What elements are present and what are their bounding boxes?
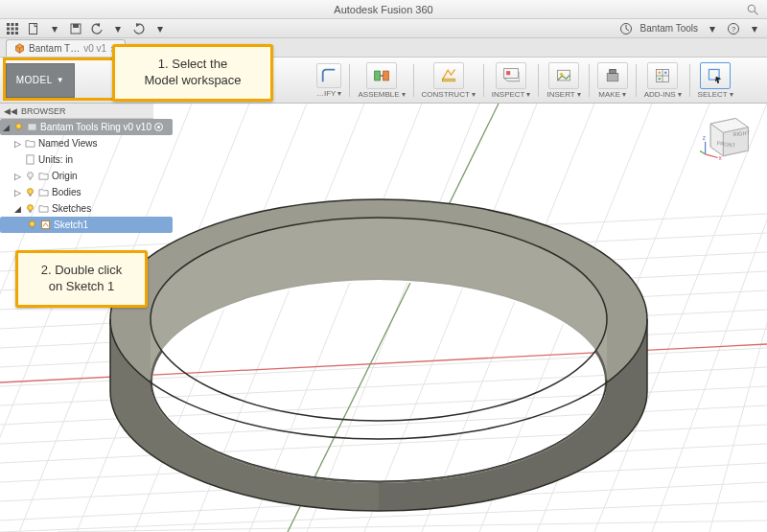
browser-panel-header[interactable]: ◀◀ BROWSER — [0, 104, 153, 119]
assemble-button[interactable] — [366, 62, 397, 89]
svg-rect-25 — [609, 69, 616, 73]
insert-label: INSERT — [546, 90, 574, 99]
svg-rect-109 — [31, 226, 34, 228]
chevron-down-icon: ▾ — [472, 90, 476, 99]
modify-label: …IFY — [316, 89, 336, 98]
tree-item-bodies[interactable]: ▷ Bodies — [0, 184, 173, 200]
undo-icon[interactable] — [90, 22, 104, 35]
callout-line: 1. Select the — [128, 57, 257, 73]
svg-line-1 — [755, 12, 758, 15]
svg-rect-105 — [29, 194, 32, 196]
inspect-button[interactable] — [496, 62, 526, 89]
svg-point-98 — [16, 124, 22, 129]
chevron-down-icon[interactable]: ▾ — [706, 22, 719, 35]
collapse-arrow-icon[interactable]: ◢ — [2, 123, 11, 132]
tree-item-units[interactable]: Units: in — [0, 151, 173, 168]
redo-icon[interactable] — [132, 22, 146, 35]
annotation-highlight — [3, 58, 115, 101]
expand-arrow-icon[interactable]: ▷ — [13, 172, 22, 181]
bulb-icon[interactable] — [27, 220, 37, 230]
chevron-down-icon: ▾ — [678, 90, 682, 99]
grid-icon[interactable] — [6, 22, 19, 35]
assemble-group: ASSEMBLE▾ — [352, 60, 410, 101]
expand-arrow-icon[interactable]: ▷ — [13, 139, 22, 149]
chevron-down-icon: ▾ — [526, 90, 530, 99]
quick-access-bar: ▾ ▾ ▾ Bantam Tools ▾ ? ▾ — [0, 19, 767, 38]
svg-rect-107 — [29, 210, 32, 212]
modify-group: …IFY▾ — [311, 61, 347, 100]
svg-point-28 — [664, 71, 667, 74]
chevron-down-icon[interactable]: ▾ — [748, 22, 761, 35]
select-group: SELECT▾ — [692, 60, 739, 101]
svg-rect-18 — [384, 71, 389, 81]
svg-rect-101 — [27, 155, 34, 164]
sketch-icon — [40, 220, 51, 230]
svg-rect-100 — [28, 124, 36, 130]
construct-button[interactable] — [433, 62, 464, 89]
insert-button[interactable] — [548, 62, 579, 89]
tree-label: Bodies — [52, 187, 81, 197]
app-title: Autodesk Fusion 360 — [334, 4, 432, 15]
tree-item-sketch1[interactable]: Sketch1 — [0, 217, 173, 233]
callout-2: 2. Double click on Sketch 1 — [15, 250, 148, 308]
save-icon[interactable] — [69, 22, 82, 35]
folder-icon — [25, 138, 35, 149]
tab-version: v0 v1 — [83, 43, 106, 54]
account-name[interactable]: Bantam Tools — [640, 23, 698, 34]
addins-button[interactable] — [647, 62, 678, 89]
help-icon[interactable]: ? — [727, 22, 740, 35]
browser-panel: ◢ Bantam Tools Ring v0 v10 ▷ Named Views… — [0, 119, 173, 233]
addins-group: ADD-INS▾ — [639, 60, 687, 101]
svg-text:z: z — [703, 134, 707, 141]
expand-arrow-icon[interactable]: ▷ — [13, 188, 22, 197]
svg-rect-19 — [442, 79, 454, 81]
tree-item-named-views[interactable]: ▷ Named Views — [0, 135, 173, 151]
make-group: MAKE▾ — [592, 60, 634, 101]
svg-rect-10 — [15, 32, 18, 35]
inspect-label: INSPECT — [492, 90, 525, 99]
svg-rect-8 — [7, 32, 10, 35]
svg-text:x: x — [719, 154, 723, 161]
folder-icon — [38, 187, 49, 197]
chevron-down-icon[interactable]: ▾ — [111, 22, 125, 35]
construct-label: CONSTRUCT — [422, 90, 470, 99]
svg-rect-11 — [30, 23, 37, 34]
svg-rect-103 — [29, 177, 32, 179]
tree-label: Origin — [52, 171, 78, 181]
svg-line-40 — [58, 520, 767, 532]
view-cube[interactable]: FRONT RIGHT z x — [700, 111, 754, 165]
document-tab[interactable]: Bantam T… v0 v1 × — [6, 39, 126, 57]
collapse-arrow-icon[interactable]: ◢ — [13, 204, 22, 214]
file-new-icon[interactable] — [27, 22, 40, 35]
tree-item-sketches[interactable]: ◢ Sketches — [0, 200, 173, 217]
search-icon[interactable] — [747, 3, 759, 15]
bulb-icon[interactable] — [13, 122, 24, 132]
collapse-icon[interactable]: ◀◀ — [4, 106, 17, 116]
bulb-off-icon[interactable] — [25, 171, 35, 181]
inspect-group: INSPECT▾ — [486, 60, 537, 101]
tree-item-origin[interactable]: ▷ Origin — [0, 168, 173, 184]
tree-root[interactable]: ◢ Bantam Tools Ring v0 v10 — [0, 119, 173, 135]
svg-rect-20 — [504, 68, 519, 78]
activate-radio-icon[interactable] — [154, 123, 163, 131]
folder-icon — [38, 203, 49, 214]
svg-rect-17 — [375, 71, 381, 81]
chevron-down-icon[interactable]: ▾ — [48, 22, 61, 35]
svg-rect-13 — [73, 24, 79, 28]
cube-icon — [14, 43, 25, 54]
make-button[interactable] — [597, 62, 628, 89]
callout-line: 2. Double click — [32, 263, 131, 279]
tree-root-label: Bantam Tools Ring v0 v10 — [40, 122, 151, 132]
chevron-down-icon[interactable]: ▾ — [153, 22, 167, 35]
clock-icon[interactable] — [619, 22, 633, 35]
bulb-icon[interactable] — [25, 187, 35, 197]
fillet-button[interactable] — [316, 63, 341, 88]
callout-1: 1. Select the Model workspace — [112, 44, 273, 102]
svg-rect-6 — [12, 27, 14, 30]
select-label: SELECT — [698, 90, 728, 99]
folder-icon — [38, 171, 49, 181]
select-button[interactable] — [700, 62, 731, 89]
bulb-icon[interactable] — [25, 203, 35, 214]
tree-label: Sketch1 — [54, 220, 88, 230]
svg-line-94 — [706, 154, 718, 158]
